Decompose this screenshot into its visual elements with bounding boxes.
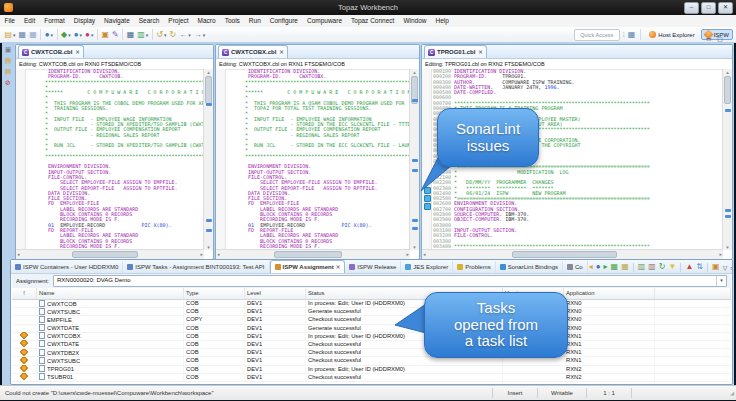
perspective-host-explorer[interactable]: Host Explorer xyxy=(646,30,697,39)
restore-view-icon[interactable]: ▣ xyxy=(5,46,12,54)
scroll-down-icon[interactable]: ▾ xyxy=(410,244,419,250)
fallback-icon[interactable]: ▲ xyxy=(684,261,694,273)
save-icon[interactable]: ▦ xyxy=(17,29,28,41)
column-header-marker[interactable]: ! xyxy=(12,288,37,299)
palette-icon[interactable]: ▣ xyxy=(100,29,111,41)
remove-task-icon[interactable]: ▥ xyxy=(647,261,657,273)
panel-tab-problems[interactable]: Problems xyxy=(453,261,495,273)
profile-icon[interactable]: ●▾ xyxy=(84,29,95,41)
build-icon[interactable]: ▦ xyxy=(610,261,620,273)
generate-icon[interactable]: ▸ xyxy=(603,261,609,273)
scroll-left-icon[interactable]: ◂ xyxy=(423,250,426,258)
refresh-icon[interactable]: ↻ xyxy=(658,261,667,273)
column-header-type[interactable]: Type xyxy=(184,288,245,299)
minimize-view-icon[interactable]: ▭ xyxy=(729,264,732,271)
close-tab-icon[interactable]: ✕ xyxy=(279,49,284,55)
menu-topaz-connect[interactable]: Topaz Connect xyxy=(347,15,399,27)
scroll-right-icon[interactable]: ▸ xyxy=(719,250,722,258)
close-button[interactable]: ✕ xyxy=(718,2,733,14)
vertical-scrollbar[interactable]: ▴▾ xyxy=(203,69,213,250)
menu-tools[interactable]: Tools xyxy=(220,15,244,27)
panel-tab-jes-explorer[interactable]: JES Explorer xyxy=(401,261,453,273)
menu-display[interactable]: Display xyxy=(69,15,99,27)
add-task-icon[interactable]: ▥ xyxy=(637,261,647,273)
menu-search[interactable]: Search xyxy=(134,15,164,27)
scroll-down-icon[interactable]: ▾ xyxy=(204,244,213,250)
sonarlint-marker-icon[interactable] xyxy=(424,203,431,210)
menu-help[interactable]: Help xyxy=(431,15,453,27)
panel-tab-ispw-assignment[interactable]: ISPW Assignment✕ xyxy=(270,260,346,273)
panel-tab-console[interactable]: Co xyxy=(563,261,588,273)
save-all-icon[interactable]: ▦ xyxy=(28,29,39,41)
assignment-combo[interactable]: RXN0000020: DVAG Demo ▾ xyxy=(53,275,727,287)
scroll-left-icon[interactable]: ◂ xyxy=(217,250,220,258)
horizontal-scrollbar[interactable]: ◂▸ xyxy=(216,249,410,259)
menu-window[interactable]: Window xyxy=(399,15,431,27)
menu-compuware[interactable]: Compuware xyxy=(302,15,346,27)
close-tab-icon[interactable]: ✕ xyxy=(336,264,341,270)
deploy-icon[interactable]: ▼ xyxy=(668,261,678,273)
menu-project[interactable]: Project xyxy=(164,15,193,27)
view-menu-icon[interactable]: ▽ xyxy=(722,264,729,271)
project-folder-icon[interactable]: ▤ xyxy=(5,57,12,65)
forward-icon[interactable]: →▾ xyxy=(192,29,207,41)
edit-icon[interactable]: ✎ xyxy=(111,29,121,41)
export-icon[interactable]: ▣ xyxy=(711,261,721,273)
scroll-up-icon[interactable]: ▴ xyxy=(723,69,732,75)
menu-file[interactable]: File xyxy=(0,15,19,27)
menu-edit[interactable]: Edit xyxy=(19,15,39,27)
scroll-right-icon[interactable]: ▸ xyxy=(200,250,203,258)
menu-macro[interactable]: Macro xyxy=(193,15,220,27)
minimize-button[interactable]: – xyxy=(684,2,699,14)
host-connection-icon[interactable]: ●▾ xyxy=(43,29,54,41)
promote-icon[interactable]: ▦ xyxy=(620,261,630,273)
scroll-up-icon[interactable]: ▴ xyxy=(410,69,419,75)
menu-navigate[interactable]: Navigate xyxy=(100,15,135,27)
sort-icon[interactable]: ⇅ xyxy=(695,261,704,273)
horizontal-scrollbar[interactable]: ◂▸ xyxy=(422,249,723,259)
column-header-application[interactable]: Application xyxy=(564,288,655,299)
menu-format[interactable]: Format xyxy=(40,15,70,27)
menu-run[interactable]: Run xyxy=(244,15,265,27)
column-header-name[interactable]: Name xyxy=(37,288,184,299)
sonarlint-marker-icon[interactable] xyxy=(424,195,431,202)
horizontal-scrollbar[interactable]: ◂▸ xyxy=(16,249,204,259)
panel-tab-sonarlint-bindings[interactable]: SonarLint Bindings xyxy=(496,261,563,273)
scroll-left-icon[interactable]: ◂ xyxy=(17,250,20,258)
close-tab-icon[interactable]: ✕ xyxy=(478,49,483,55)
undo-icon[interactable]: ↺▾ xyxy=(155,29,168,41)
code-area[interactable]: IDENTIFICATION DIVISION. PROGRAM-ID. CWX… xyxy=(227,69,409,250)
task-application-cell: RXN0 xyxy=(564,308,655,315)
column-header-level[interactable]: Level xyxy=(245,288,306,299)
maximize-button[interactable]: □ xyxy=(701,2,716,14)
vertical-scrollbar[interactable]: ▴▾ xyxy=(722,69,732,250)
panel-tab-ispw-release[interactable]: ISPW Release xyxy=(345,261,401,273)
copybook-folder-icon[interactable]: ▤ xyxy=(5,68,12,76)
editor-area-window-buttons[interactable]: ▭ ▢ xyxy=(706,35,725,42)
close-tab-icon[interactable]: ✕ xyxy=(75,49,80,55)
scroll-right-icon[interactable]: ▸ xyxy=(406,250,409,258)
back-icon[interactable]: ←▾ xyxy=(178,29,193,41)
panel-tab-ispw-tasks[interactable]: ISPW Tasks - Assignment BINT000193: Test… xyxy=(123,261,269,273)
panel-tab-ispw-containers[interactable]: ISPW Containers - User HDDRXM0 xyxy=(11,261,123,273)
debug-icon[interactable]: ◆▾ xyxy=(60,29,73,41)
redo-icon[interactable]: ↻ xyxy=(168,29,178,41)
tab-cwxtcob-cbl[interactable]: CCWXTCOB.cbl✕ xyxy=(18,45,84,58)
table-row-tsubr01[interactable]: TSUBR01COBDEV1Checkout successfulRXN2 xyxy=(12,374,731,382)
run-icon[interactable]: ●▾ xyxy=(72,29,83,41)
console-display-icon[interactable]: ▦ xyxy=(125,29,136,41)
scroll-up-icon[interactable]: ▴ xyxy=(204,69,213,75)
load-tasks-icon[interactable]: ◂ xyxy=(588,261,594,273)
tab-cwxtcobx-cbl[interactable]: CCWXTCOBX.cbl✕ xyxy=(218,45,288,58)
filter-icon[interactable]: ● xyxy=(595,261,602,273)
tab-tprog01-cbl[interactable]: CTPROG01.cbl✕ xyxy=(424,45,487,58)
chevron-down-icon[interactable]: ▾ xyxy=(716,276,726,286)
views-icon[interactable]: ▥▾ xyxy=(136,29,150,41)
offline-indicator-icon[interactable]: ⊘ xyxy=(5,79,11,87)
menu-configure[interactable]: Configure xyxy=(265,15,302,27)
code-area[interactable]: IDENTIFICATION DIVISION. PROGRAM-ID. CWX… xyxy=(27,69,203,250)
open-perspective-icon[interactable]: ▦ xyxy=(628,30,636,39)
quick-access-button[interactable]: Quick Access xyxy=(574,29,620,41)
scroll-down-icon[interactable]: ▾ xyxy=(723,244,732,250)
new-icon[interactable]: ▤▾ xyxy=(3,29,17,41)
